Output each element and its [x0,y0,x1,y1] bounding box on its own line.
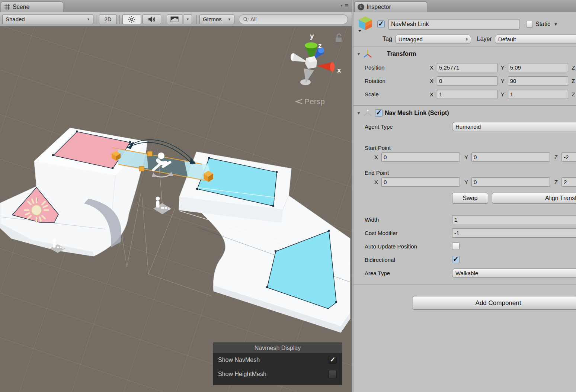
show-navmesh-checkbox[interactable] [329,356,337,364]
navmeshlink-enabled-checkbox[interactable] [375,109,383,117]
start-z-field[interactable] [561,152,576,162]
scene-tab-menu-icon[interactable]: ≡ [345,3,349,8]
tab-inspector[interactable]: i Inspector [354,1,427,12]
tag-dropdown[interactable]: Untagged ▴▾ [395,35,471,44]
svg-text:x: x [62,246,64,250]
shading-mode-dropdown[interactable]: Shaded ▼ [2,15,93,24]
auto-update-checkbox[interactable] [452,242,460,250]
z-axis-label: Z [572,78,576,84]
z-axis-label: Z [554,179,560,185]
rotation-y-field[interactable] [508,76,569,86]
area-type-row: Area Type Walkable ▴▾ [353,266,576,280]
toggle-2d-button[interactable]: 2D [99,15,117,24]
bidirectional-checkbox[interactable] [452,256,460,263]
tag-label: Tag [383,36,392,42]
add-component-button[interactable]: Add Component [413,296,576,310]
toolbar-separator [196,15,197,24]
inspector-tabbar: i Inspector ▾ ≡ [353,0,576,12]
gizmos-dropdown[interactable]: Gizmos ▼ [199,15,234,24]
position-y-field[interactable] [508,63,569,72]
link-edge-handle[interactable] [147,151,152,156]
auto-update-row: Auto Update Position [353,240,576,253]
grid-icon [4,4,10,10]
scene-tab-caret-icon[interactable]: ▾ [341,4,343,7]
speaker-icon [148,16,156,23]
position-row: Position X Y Z [353,61,576,74]
start-x-field[interactable] [381,152,460,162]
separator [353,284,576,285]
start-point-row: X Y Z [353,151,576,163]
cost-modifier-field[interactable] [452,228,576,238]
gizmo-y-label[interactable]: y [310,32,314,40]
width-field[interactable] [452,215,576,224]
end-x-field[interactable] [381,177,460,187]
transform-header[interactable]: ▼ Transform ? ⚙▾ [353,47,576,61]
navmeshlink-header[interactable]: ▼ Nav Mesh Link (Script) ? ⚙▾ [353,106,576,120]
navmeshlink-title: Nav Mesh Link (Script) [385,110,449,116]
area-type-dropdown[interactable]: Walkable ▴▾ [452,269,576,278]
gameobject-cube-icon[interactable] [357,15,374,33]
z-axis-label: Z [572,91,576,97]
show-heightmesh-checkbox[interactable] [329,370,337,378]
foldout-icon[interactable]: ▼ [356,51,362,57]
lighting-toggle-button[interactable] [122,15,141,24]
show-navmesh-row[interactable]: Show NavMesh [213,353,342,367]
unity-editor-window: Scene ▾ ≡ Shaded ▼ 2D [0,0,576,392]
link-edge-handle[interactable] [139,166,144,171]
audio-toggle-button[interactable] [143,15,161,24]
gizmo-x-label[interactable]: x [337,66,341,74]
cost-modifier-label: Cost Modifier [365,230,452,236]
foldout-icon[interactable]: ▼ [356,110,362,116]
agent-type-row: Agent Type Humanoid ▴▾ [353,120,576,133]
show-heightmesh-row[interactable]: Show HeightMesh [213,367,342,381]
rotation-x-field[interactable] [437,76,497,86]
cost-modifier-row: Cost Modifier [353,226,576,240]
tab-scene[interactable]: Scene [1,1,63,12]
layer-label: Layer [477,36,492,42]
position-label: Position [365,64,430,71]
scene-tab-label: Scene [13,4,29,10]
persp-label[interactable]: Persp [304,97,325,106]
y-axis-label: Y [501,64,506,71]
end-y-field[interactable] [471,177,550,187]
inspector-tab-label: Inspector [367,4,391,10]
navmeshlink-icon [362,108,373,118]
scale-y-field[interactable] [508,90,569,99]
scale-label: Scale [365,91,430,97]
scene-3d-render: x x [0,26,352,392]
start-y-field[interactable] [471,152,550,162]
static-checkbox[interactable] [526,21,533,28]
bidirectional-row: Bidirectional [353,253,576,266]
position-x-field[interactable] [437,63,497,72]
effects-toggle-button[interactable] [167,15,182,24]
align-transform-button[interactable]: Align Transform [492,193,576,204]
light-gizmo-icon[interactable] [25,198,48,222]
info-icon: i [358,4,364,10]
orientation-gizmo[interactable]: y z x [291,32,341,85]
chevron-down-icon: ▼ [228,17,231,21]
effects-dropdown-button[interactable]: ▼ [184,15,192,24]
projection-label[interactable]: Persp [296,97,325,106]
gizmo-z-label[interactable]: z [318,42,322,49]
shading-mode-label: Shaded [6,16,25,22]
end-z-field[interactable] [561,177,576,187]
y-axis-label: Y [464,154,470,160]
show-heightmesh-label: Show HeightMesh [218,371,329,377]
transform-icon [362,49,373,59]
y-axis-label: Y [464,179,470,185]
swap-button[interactable]: Swap [452,193,488,204]
scale-x-field[interactable] [437,90,497,99]
agent-type-dropdown[interactable]: Humanoid ▴▾ [452,122,576,131]
scene-lock-icon[interactable] [336,34,342,42]
static-dropdown-icon[interactable]: ▼ [554,22,558,26]
layer-dropdown[interactable]: Default ▴▾ [495,35,576,44]
toolbar-separator [96,15,96,24]
rotation-row: Rotation X Y Z [353,74,576,87]
gameobject-enabled-checkbox[interactable] [377,20,385,28]
gameobject-name-field[interactable] [388,19,519,30]
scene-viewport[interactable]: x x [0,26,352,392]
scene-search-field[interactable] [239,15,348,24]
rotation-label: Rotation [365,78,430,84]
x-axis-label: X [430,64,435,71]
search-input[interactable] [250,16,344,23]
